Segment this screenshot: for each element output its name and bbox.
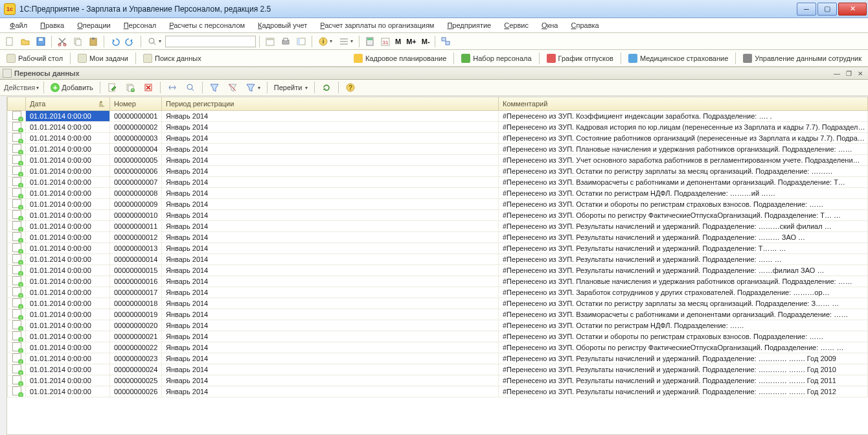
column-header-number[interactable]: Номер [110, 97, 162, 110]
window-close-button[interactable]: ✕ [838, 3, 867, 16]
table-row[interactable]: 01.01.2014 0:00:0000000000025Январь 2014… [8, 375, 868, 386]
delete-button[interactable] [140, 81, 157, 94]
column-header-reg[interactable]: Период регистрации [162, 97, 499, 110]
m-minus-button[interactable]: M- [420, 38, 431, 45]
row-date: 01.01.2014 0:00:00 [26, 342, 110, 353]
row-comment: #Перенесено из ЗУП. Результаты начислени… [499, 253, 868, 265]
subwindow-minimize-button[interactable]: — [832, 69, 842, 78]
filter-button[interactable] [206, 81, 223, 94]
redo-button[interactable] [123, 35, 137, 48]
table-row[interactable]: 01.01.2014 0:00:0000000000017Январь 2014… [8, 287, 868, 298]
subwindow-close-button[interactable]: ✕ [855, 69, 865, 78]
search-input[interactable] [165, 36, 256, 47]
column-header-date[interactable]: Дата [26, 97, 110, 110]
open-doc-button[interactable] [18, 35, 32, 48]
menu-item[interactable]: Сервис [498, 19, 534, 31]
date-button[interactable]: 31 [378, 35, 393, 48]
add-button[interactable]: + Добавить [47, 81, 97, 94]
data-grid[interactable]: Дата Номер Период регистрации Комментари… [6, 97, 868, 435]
actions-menu[interactable]: Действия [3, 84, 40, 91]
table-row[interactable]: 01.01.2014 0:00:0000000000010Январь 2014… [8, 209, 868, 220]
subwindow-restore-button[interactable]: ❐ [843, 69, 854, 78]
calc-button[interactable] [363, 35, 377, 48]
table-row[interactable]: 01.01.2014 0:00:0000000000006Январь 2014… [8, 165, 868, 176]
m-button[interactable]: M [394, 38, 402, 45]
table-row[interactable]: 01.01.2014 0:00:0000000000012Январь 2014… [8, 231, 868, 242]
cut-button[interactable] [55, 35, 69, 48]
panel-link[interactable]: Поиск данных [139, 52, 205, 65]
help-button[interactable]: ? [342, 81, 359, 94]
edit-button[interactable] [104, 81, 120, 94]
find-in-list-button[interactable] [182, 81, 199, 94]
section-link[interactable]: Управление данными сотрудник [739, 52, 865, 65]
table-row[interactable]: 01.01.2014 0:00:0000000000009Январь 2014… [8, 198, 868, 209]
row-number: 00000000024 [110, 364, 162, 375]
filter-off-button[interactable] [224, 81, 241, 94]
toggle-pane-button[interactable] [294, 35, 308, 48]
menu-item[interactable]: Операции [71, 19, 116, 31]
table-row[interactable]: 01.01.2014 0:00:0000000000013Январь 2014… [8, 242, 868, 253]
goto-menu[interactable]: Перейти▾ [271, 81, 312, 94]
table-row[interactable]: 01.01.2014 0:00:0000000000021Январь 2014… [8, 331, 868, 342]
undo-button[interactable] [108, 35, 122, 48]
table-row[interactable]: 01.01.2014 0:00:0000000000023Январь 2014… [8, 353, 868, 364]
section-link[interactable]: Набор персонала [457, 52, 535, 65]
paste-button[interactable] [86, 35, 100, 48]
section-link[interactable]: Кадровое планирование [350, 52, 450, 65]
new-doc-button[interactable] [3, 35, 17, 48]
table-row[interactable]: 01.01.2014 0:00:0000000000001Январь 2014… [8, 110, 868, 121]
m-plus-button[interactable]: M+ [405, 38, 418, 45]
menu-item[interactable]: Расчеты с персоналом [163, 19, 251, 31]
column-header-comment[interactable]: Комментарий [499, 97, 868, 110]
filter-history-button[interactable]: ▾ [242, 81, 264, 94]
document-icon [12, 122, 21, 131]
menu-item[interactable]: Кадровый учет [252, 19, 313, 31]
info-button[interactable]: i [315, 35, 335, 48]
table-row[interactable]: 01.01.2014 0:00:0000000000002Январь 2014… [8, 121, 868, 132]
navigator-button[interactable] [336, 35, 356, 48]
table-row[interactable]: 01.01.2014 0:00:0000000000014Январь 2014… [8, 253, 868, 265]
refresh-button[interactable] [318, 81, 335, 94]
table-row[interactable]: 01.01.2014 0:00:0000000000026Январь 2014… [8, 386, 868, 397]
table-row[interactable]: 01.01.2014 0:00:0000000000020Январь 2014… [8, 320, 868, 331]
table-row[interactable]: 01.01.2014 0:00:0000000000007Январь 2014… [8, 176, 868, 187]
table-row[interactable]: 01.01.2014 0:00:0000000000022Январь 2014… [8, 342, 868, 353]
table-row[interactable]: 01.01.2014 0:00:0000000000018Январь 2014… [8, 298, 868, 309]
section-link[interactable]: График отпусков [543, 52, 617, 65]
table-row[interactable]: 01.01.2014 0:00:0000000000011Январь 2014… [8, 220, 868, 231]
row-reg: Январь 2014 [162, 198, 499, 209]
window-minimize-button[interactable]: ─ [797, 3, 816, 16]
row-comment: #Перенесено из ЗУП. Учет основного зараб… [499, 154, 868, 165]
table-row[interactable]: 01.01.2014 0:00:0000000000024Январь 2014… [8, 364, 868, 375]
menu-item[interactable]: Окна [536, 19, 564, 31]
row-icon-cell [8, 132, 26, 143]
find-button[interactable] [144, 35, 164, 48]
column-header-icon[interactable] [8, 97, 26, 110]
menu-item[interactable]: Персонал [118, 19, 163, 31]
copy-button[interactable] [71, 35, 85, 48]
window-maximize-button[interactable]: ▢ [817, 3, 837, 16]
table-row[interactable]: 01.01.2014 0:00:0000000000003Январь 2014… [8, 132, 868, 143]
row-date: 01.01.2014 0:00:00 [26, 353, 110, 364]
row-icon-cell [8, 364, 26, 375]
menu-item[interactable]: Расчет зарплаты по организациям [314, 19, 440, 31]
table-row[interactable]: 01.01.2014 0:00:0000000000016Январь 2014… [8, 276, 868, 287]
table-row[interactable]: 01.01.2014 0:00:0000000000004Январь 2014… [8, 143, 868, 154]
section-link[interactable]: Медицинское страхование [624, 52, 732, 65]
panel-link[interactable]: Мои задачи [74, 52, 132, 65]
table-row[interactable]: 01.01.2014 0:00:0000000000015Январь 2014… [8, 265, 868, 276]
panel-link[interactable]: Рабочий стол [3, 52, 67, 65]
table-row[interactable]: 01.01.2014 0:00:0000000000008Январь 2014… [8, 187, 868, 198]
menu-item[interactable]: Предприятие [441, 19, 497, 31]
calendar-button[interactable] [263, 35, 277, 48]
menu-item[interactable]: Справка [565, 19, 605, 31]
window-list-button[interactable] [439, 35, 453, 48]
table-row[interactable]: 01.01.2014 0:00:0000000000019Январь 2014… [8, 309, 868, 320]
table-row[interactable]: 01.01.2014 0:00:0000000000005Январь 2014… [8, 154, 868, 165]
set-interval-button[interactable] [164, 81, 181, 94]
menu-item[interactable]: Файл [4, 19, 33, 31]
copy-row-button[interactable]: + [122, 81, 139, 94]
save-button[interactable] [34, 35, 48, 48]
print-button[interactable] [279, 35, 293, 48]
menu-item[interactable]: Правка [34, 19, 70, 31]
